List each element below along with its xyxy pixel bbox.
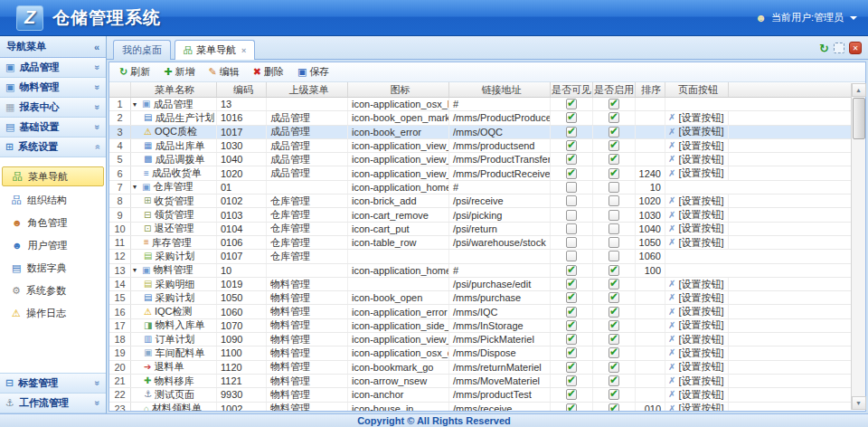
page-button-cell[interactable]: ✗ [设置按钮]	[665, 278, 729, 290]
table-row[interactable]: 23 ▾ ⌂ 材料领料单 1002 物料管理 icon-house_in /mm…	[109, 403, 851, 411]
table-row[interactable]: 19 ▾ ▣ 车间配料单 1100 物料管理 icon-application_…	[109, 346, 851, 360]
page-button-cell[interactable]: ✗ [设置按钮]	[665, 126, 729, 138]
visible-checkbox[interactable]	[566, 182, 577, 193]
column-header[interactable]: 是否启用	[593, 82, 636, 97]
enabled-checkbox[interactable]	[609, 140, 619, 151]
enabled-checkbox[interactable]	[609, 168, 619, 179]
page-button-cell[interactable]: ✗ [设置按钮]	[665, 403, 729, 411]
table-row[interactable]: 6 ▾ ≡ 成品收货单 1020 成品管理 icon-application_v…	[109, 166, 851, 180]
table-row[interactable]: 17 ▾ ◨ 物料入库单 1070 物料管理 icon-application_…	[109, 319, 851, 333]
sidebar-submenu-item[interactable]: ☻ 角色管理	[0, 212, 106, 234]
column-header[interactable]: 上级菜单	[267, 82, 348, 97]
table-row[interactable]: 8 ▾ ⊞ 收货管理 0102 仓库管理 icon-brick_add /psi…	[109, 195, 851, 208]
enabled-checkbox[interactable]	[609, 112, 619, 123]
sidebar-submenu-item[interactable]: 品 组织结构	[0, 189, 106, 212]
page-button-cell[interactable]: ✗ [设置按钮]	[665, 319, 729, 332]
enabled-checkbox[interactable]	[609, 223, 619, 234]
table-row[interactable]: 10 ▾ ⊡ 退还管理 0104 仓库管理 icon-cart_put /psi…	[109, 223, 851, 236]
table-row[interactable]: 20 ▾ ➔ 退料单 1120 物料管理 icon-bookmark_go /m…	[109, 361, 851, 375]
page-button-cell[interactable]: ✗ [设置按钮]	[665, 223, 729, 235]
page-button-cell[interactable]: ✗ [设置按钮]	[665, 153, 729, 166]
column-header[interactable]: 编码	[217, 82, 267, 97]
enabled-checkbox[interactable]	[609, 389, 619, 400]
page-button-cell[interactable]: ✗ [设置按钮]	[665, 236, 729, 249]
enabled-checkbox[interactable]	[609, 320, 619, 331]
visible-checkbox[interactable]	[566, 99, 577, 109]
column-header[interactable]: 是否可见	[551, 82, 593, 97]
maximize-icon[interactable]	[834, 43, 844, 53]
sidebar-submenu-item[interactable]: ▤ 数据字典	[0, 257, 106, 280]
tab[interactable]: 品 菜单导航 ×	[175, 40, 255, 60]
page-button-cell[interactable]: ✗ [设置按钮]	[665, 361, 729, 374]
page-button-cell[interactable]: ✗ [设置按钮]	[665, 305, 729, 318]
page-button-cell[interactable]: ✗ [设置按钮]	[665, 375, 729, 387]
table-row[interactable]: 11 ▾ ≡ 库存管理 0106 仓库管理 icon-table_row /ps…	[109, 236, 851, 250]
column-header[interactable]: 菜单名称	[131, 82, 217, 97]
sidebar-submenu-item[interactable]: ⚙ 系统参数	[0, 280, 106, 302]
enabled-checkbox[interactable]	[609, 265, 619, 276]
enabled-checkbox[interactable]	[609, 154, 619, 165]
visible-checkbox[interactable]	[566, 347, 577, 358]
table-row[interactable]: 16 ▾ ⚠ IQC检测 1060 物料管理 icon-application_…	[109, 305, 851, 318]
sidebar-submenu-item[interactable]: ☻ 用户管理	[0, 234, 106, 257]
visible-checkbox[interactable]	[566, 251, 577, 261]
enabled-checkbox[interactable]	[609, 347, 619, 358]
enabled-checkbox[interactable]	[609, 237, 619, 248]
page-button-cell[interactable]: ✗ [设置按钮]	[665, 333, 729, 346]
table-row[interactable]: 3 ▾ ⚠ OQC质检 1017 成品管理 icon-book_error /m…	[109, 126, 851, 139]
enabled-checkbox[interactable]	[609, 127, 619, 138]
sidebar-accordion-item[interactable]: ▤ 基础设置 »	[0, 118, 106, 138]
visible-checkbox[interactable]	[566, 279, 577, 289]
tab[interactable]: 我的桌面	[113, 40, 171, 60]
sidebar-accordion-item[interactable]: ⚓ 工作流管理 »	[0, 394, 106, 413]
visible-checkbox[interactable]	[566, 127, 577, 138]
table-row[interactable]: 15 ▾ ▤ 采购计划 1050 物料管理 icon-book_open /mm…	[109, 291, 851, 305]
sidebar-accordion-item[interactable]: ▣ 成品管理 »	[0, 58, 106, 78]
toolbar-button[interactable]: ▣ 保存	[292, 64, 335, 80]
enabled-checkbox[interactable]	[609, 292, 619, 303]
column-header[interactable]: 排序	[636, 82, 665, 97]
page-button-cell[interactable]: ✗ [设置按钮]	[665, 388, 729, 401]
table-row[interactable]: 9 ▾ ⊟ 领货管理 0103 仓库管理 icon-cart_remove /p…	[109, 208, 851, 222]
tree-expand-icon[interactable]: ▾	[133, 183, 142, 191]
enabled-checkbox[interactable]	[609, 195, 619, 206]
enabled-checkbox[interactable]	[609, 334, 619, 345]
page-button-cell[interactable]: ✗ [设置按钮]	[665, 166, 729, 179]
table-row[interactable]: 22 ▾ ⚓ 测试页面 9930 物料管理 icon-anchor /mms/p…	[109, 388, 851, 402]
page-button-cell[interactable]: ✗ [设置按钮]	[665, 195, 729, 207]
visible-checkbox[interactable]	[566, 334, 577, 345]
refresh-tabs-icon[interactable]: ↻	[819, 43, 829, 54]
table-row[interactable]: 2 ▾ ▤ 成品生产计划 1016 成品管理 icon-book_open_ma…	[109, 111, 851, 125]
enabled-checkbox[interactable]	[609, 403, 619, 411]
page-button-cell[interactable]: ✗ [设置按钮]	[665, 291, 729, 304]
column-header[interactable]: 链接地址	[449, 82, 551, 97]
table-row[interactable]: 1 ▾ ▣ 成品管理 13 icon-application_osx_home …	[109, 98, 851, 111]
table-row[interactable]: 7 ▾ ▣ 仓库管理 01 icon-application_home # 10	[109, 181, 851, 195]
enabled-checkbox[interactable]	[609, 99, 619, 109]
visible-checkbox[interactable]	[566, 112, 577, 123]
visible-checkbox[interactable]	[566, 307, 577, 318]
table-row[interactable]: 4 ▾ ▦ 成品出库单 1030 成品管理 icon-application_v…	[109, 139, 851, 153]
table-row[interactable]: 18 ▾ ▥ 订单计划 1090 物料管理 icon-application_v…	[109, 333, 851, 346]
table-row[interactable]: 5 ▾ ▩ 成品调拨单 1040 成品管理 icon-application_v…	[109, 153, 851, 166]
page-button-cell[interactable]: ✗ [设置按钮]	[665, 208, 729, 221]
sidebar-submenu-item[interactable]: 品 菜单导航	[2, 166, 104, 186]
current-user-dropdown[interactable]: ☻ 当前用户:管理员	[755, 11, 857, 24]
sidebar-accordion-item[interactable]: ▦ 报表中心 »	[0, 98, 106, 118]
visible-checkbox[interactable]	[566, 265, 577, 276]
visible-checkbox[interactable]	[566, 237, 577, 248]
scroll-down-icon[interactable]: ▼	[852, 396, 866, 410]
sidebar-accordion-item[interactable]: ⊟ 标签管理 »	[0, 374, 106, 394]
column-header[interactable]: 页面按钮	[665, 82, 729, 97]
visible-checkbox[interactable]	[566, 168, 577, 179]
enabled-checkbox[interactable]	[609, 210, 619, 221]
visible-checkbox[interactable]	[566, 389, 577, 400]
toolbar-button[interactable]: ✚ 新增	[158, 64, 200, 80]
visible-checkbox[interactable]	[566, 223, 577, 234]
page-button-cell[interactable]: ✗ [设置按钮]	[665, 346, 729, 359]
toolbar-button[interactable]: ✎ 编辑	[203, 64, 244, 80]
tab-close-icon[interactable]: ×	[241, 46, 246, 55]
scrollbar-thumb[interactable]	[853, 98, 865, 139]
sidebar-collapse-button[interactable]: «	[94, 42, 99, 52]
visible-checkbox[interactable]	[566, 292, 577, 303]
